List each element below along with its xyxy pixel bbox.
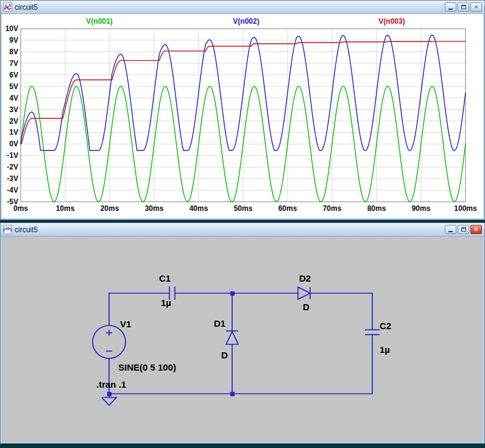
- waveform-viewer-window: circuit5 × 10V9V8V7V6V5V4V3V2V1V0V-1V-2V…: [0, 0, 485, 220]
- y-tick-label: 9V: [9, 36, 18, 44]
- maximize-button[interactable]: [458, 225, 469, 234]
- x-tick-label: 0ms: [13, 204, 28, 213]
- ltspice-workspace: circuit5 × 10V9V8V7V6V5V4V3V2V1V0V-1V-2V…: [0, 0, 485, 448]
- waveform-plot[interactable]: 10V9V8V7V6V5V4V3V2V1V0V-1V-2V-3V-4V-5V0m…: [2, 14, 483, 218]
- x-tick-label: 70ms: [323, 204, 342, 213]
- waveform-document-icon[interactable]: [3, 2, 12, 12]
- d2-value-label[interactable]: D: [303, 302, 310, 312]
- plot-window-titlebar[interactable]: circuit5 ×: [1, 1, 484, 14]
- waveform-plot-client: 10V9V8V7V6V5V4V3V2V1V0V-1V-2V-3V-4V-5V0m…: [2, 14, 483, 218]
- x-tick-label: 80ms: [367, 204, 386, 213]
- x-tick-label: 40ms: [189, 204, 208, 213]
- x-tick-label: 50ms: [234, 204, 253, 213]
- x-tick-label: 90ms: [412, 204, 431, 213]
- minimize-icon: [448, 231, 453, 232]
- maximize-icon: [461, 227, 466, 232]
- c2-value-label[interactable]: 1µ: [380, 344, 390, 355]
- y-tick-label: 6V: [9, 71, 18, 79]
- wires[interactable]: [109, 293, 372, 397]
- maximize-icon: [461, 5, 466, 9]
- schematic-window-controls: ×: [445, 225, 482, 234]
- close-button[interactable]: ×: [470, 2, 482, 12]
- y-tick-label: -4V: [7, 186, 18, 194]
- c1-value-label[interactable]: 1µ: [161, 297, 171, 308]
- minimize-icon: [448, 9, 453, 10]
- schematic-canvas-client: C1 1µ D2 D D1 D C2 1µ V1 SINE(0 5 100) .…: [2, 236, 483, 442]
- schematic-editor-window: circuit5 ×: [0, 222, 485, 444]
- y-tick-label: 2V: [9, 117, 18, 126]
- legend-trace-name[interactable]: V(n002): [233, 17, 259, 26]
- junction-dot: [230, 392, 235, 396]
- x-tick-label: 10ms: [56, 204, 75, 213]
- y-tick-label: 0V: [9, 140, 18, 148]
- close-button[interactable]: ×: [470, 225, 482, 234]
- v1-label[interactable]: V1: [120, 319, 131, 329]
- d1-value-label[interactable]: D: [221, 350, 228, 360]
- d2-label[interactable]: D2: [299, 273, 311, 283]
- tran-directive[interactable]: .tran .1: [96, 379, 126, 389]
- d1-label[interactable]: D1: [214, 318, 225, 329]
- plot-window-controls: ×: [445, 2, 482, 12]
- schematic-canvas[interactable]: C1 1µ D2 D D1 D C2 1µ V1 SINE(0 5 100) .…: [2, 236, 483, 442]
- x-tick-label: 30ms: [145, 204, 164, 213]
- v1-value-label[interactable]: SINE(0 5 100): [118, 362, 176, 372]
- d1-diode[interactable]: [226, 331, 238, 344]
- schematic-window-title: circuit5: [15, 226, 442, 234]
- y-tick-label: -1V: [7, 151, 18, 160]
- v1-voltage-source[interactable]: [93, 325, 126, 358]
- ground-symbol[interactable]: [102, 397, 116, 405]
- x-tick-label: 100ms: [454, 204, 477, 213]
- schematic-window-titlebar[interactable]: circuit5 ×: [1, 223, 484, 236]
- legend-trace-name[interactable]: V(n001): [86, 17, 112, 26]
- x-tick-label: 20ms: [101, 204, 119, 213]
- y-tick-label: 1V: [9, 128, 18, 137]
- y-tick-label: 8V: [9, 48, 18, 56]
- minimize-button[interactable]: [445, 2, 456, 12]
- c1-label[interactable]: C1: [159, 273, 171, 283]
- legend-trace-name[interactable]: V(n003): [378, 17, 405, 26]
- y-tick-label: 5V: [9, 82, 18, 91]
- y-tick-label: 10V: [5, 24, 18, 33]
- schematic-document-icon[interactable]: [3, 225, 12, 234]
- y-tick-label: -2V: [7, 163, 18, 171]
- y-tick-label: -3V: [7, 174, 18, 183]
- maximize-button[interactable]: [458, 2, 469, 12]
- minimize-button[interactable]: [445, 225, 456, 234]
- y-tick-label: 3V: [9, 105, 18, 114]
- x-tick-label: 60ms: [278, 204, 297, 213]
- c2-capacitor[interactable]: [365, 330, 380, 335]
- junction-dot: [230, 291, 235, 296]
- y-tick-label: 7V: [9, 59, 18, 68]
- plot-window-title: circuit5: [15, 3, 442, 12]
- junction-dot: [107, 392, 112, 396]
- c2-label[interactable]: C2: [380, 321, 391, 331]
- d2-diode[interactable]: [298, 287, 310, 299]
- y-tick-label: 4V: [9, 94, 18, 102]
